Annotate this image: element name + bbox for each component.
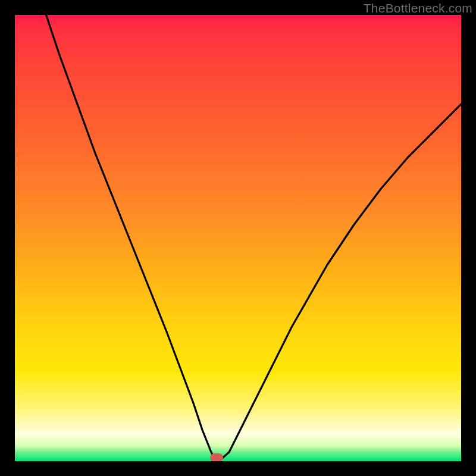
watermark-text: TheBottleneck.com: [364, 1, 472, 15]
chart-frame: TheBottleneck.com: [0, 0, 476, 476]
plot-area: [15, 15, 461, 461]
bottleneck-curve: [15, 15, 461, 461]
optimal-point-marker: [210, 453, 223, 461]
